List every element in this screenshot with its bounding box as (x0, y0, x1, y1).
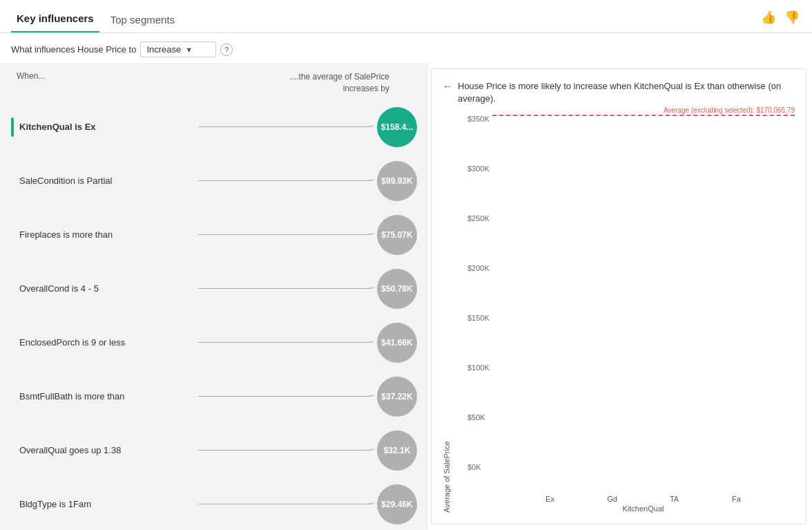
thumbs-up-button[interactable]: 👍 (760, 8, 777, 26)
x-tick-label: Gd (592, 495, 633, 503)
x-tick-label: TA (654, 495, 695, 503)
influence-dropdown[interactable]: Increase ▼ (140, 41, 216, 57)
right-panel-header: ← House Price is more likely to increase… (443, 80, 795, 105)
item-line (198, 180, 371, 181)
influencer-item[interactable]: BldgType is 1Fam $29.46K (8, 477, 420, 530)
item-line (198, 396, 371, 397)
x-tick-label: Ex (530, 495, 571, 503)
influencer-label: BldgType is 1Fam (19, 499, 193, 509)
y-tick-label: $50K (467, 413, 490, 422)
dropdown-value: Increase (146, 44, 181, 55)
influencer-bubble: $50.78K (377, 269, 417, 309)
influencer-label: EnclosedPorch is 9 or less (19, 337, 193, 348)
chevron-down-icon: ▼ (185, 46, 193, 54)
influencer-label: OverallQual goes up 1.38 (19, 445, 193, 455)
influencer-bubble: $99.93K (377, 161, 417, 201)
active-indicator (11, 117, 14, 137)
tab-key-influencers[interactable]: Key influencers (11, 8, 99, 32)
influencer-bubble: $158.4... (377, 107, 417, 147)
item-line (198, 288, 371, 289)
item-line (198, 342, 371, 343)
influencer-bubble: $41.66K (377, 323, 417, 363)
influencer-item[interactable]: SaleCondition is Partial $99.93K (8, 154, 420, 208)
when-label: When... (17, 71, 45, 95)
left-panel: When... ....the average of SalePrice inc… (0, 63, 428, 530)
item-line (198, 126, 371, 127)
average-line: Average (excluding selected): $170,065.7… (492, 115, 795, 116)
content-area: When... ....the average of SalePrice inc… (0, 63, 812, 530)
increases-label: ....the average of SalePrice increases b… (289, 71, 417, 95)
back-arrow[interactable]: ← (443, 81, 452, 92)
y-tick-label: $300K (467, 164, 490, 173)
main-container: Key influencers Top segments 👍 👎 What in… (0, 0, 812, 530)
influencer-list: KitchenQual is Ex $158.4... SaleConditio… (0, 100, 428, 530)
average-line-label: Average (excluding selected): $170,065.7… (664, 106, 795, 114)
influencer-item[interactable]: Fireplaces is more than $75.07K (8, 208, 420, 262)
chart-area: Average (excluding selected): $170,065.7… (492, 115, 795, 115)
thumbs-down-button[interactable]: 👎 (783, 8, 801, 26)
y-tick-label: $200K (467, 264, 490, 272)
influencer-item[interactable]: KitchenQual is Ex $158.4... (8, 100, 420, 154)
subtitle-row: What influences House Price to Increase … (0, 33, 812, 63)
influencer-label: SaleCondition is Partial (19, 176, 193, 186)
influencer-item[interactable]: OverallCond is 4 - 5 $50.78K (8, 262, 420, 316)
y-axis-label: Average of SalePrice (443, 115, 451, 513)
y-tick-label: $150K (467, 314, 490, 322)
x-axis-labels: ExGdTAFa (492, 492, 795, 503)
item-line (198, 504, 371, 504)
right-panel-title: House Price is more likely to increase w… (458, 80, 795, 105)
tab-actions: 👍 👎 (760, 8, 801, 26)
chart-container: Average of SalePrice $350K$300K$250K$200… (443, 115, 795, 513)
influencer-label: OverallCond is 4 - 5 (19, 283, 193, 294)
influencer-bubble: $29.46K (377, 484, 417, 524)
tab-top-segments[interactable]: Top segments (105, 10, 180, 32)
right-panel: ← House Price is more likely to increase… (431, 68, 806, 524)
influencer-label: Fireplaces is more than (19, 229, 193, 240)
tabs-row: Key influencers Top segments 👍 👎 (0, 0, 812, 33)
left-header: When... ....the average of SalePrice inc… (0, 63, 428, 100)
item-line (198, 234, 371, 235)
x-axis-title: KitchenQual (492, 504, 795, 513)
question-prefix: What influences House Price to (11, 44, 136, 55)
y-tick-label: $100K (467, 363, 490, 372)
influencer-item[interactable]: EnclosedPorch is 9 or less $41.66K (8, 316, 420, 370)
x-tick-label: Fa (716, 495, 757, 503)
help-icon[interactable]: ? (220, 44, 233, 56)
y-tick-label: $250K (467, 214, 490, 223)
influencer-bubble: $75.07K (377, 215, 417, 255)
y-axis-labels: $350K$300K$250K$200K$150K$100K$50K$0K (467, 115, 490, 471)
influencer-bubble: $37.22K (377, 377, 417, 417)
influencer-label: BsmtFullBath is more than (19, 391, 193, 401)
y-tick-label: $0K (467, 463, 490, 471)
item-line (198, 450, 371, 451)
y-tick-label: $350K (467, 115, 490, 123)
influencer-item[interactable]: OverallQual goes up 1.38 $32.1K (8, 424, 420, 477)
influencer-item[interactable]: BsmtFullBath is more than $37.22K (8, 370, 420, 424)
influencer-bubble: $32.1K (377, 430, 417, 471)
influencer-label: KitchenQual is Ex (19, 122, 193, 132)
